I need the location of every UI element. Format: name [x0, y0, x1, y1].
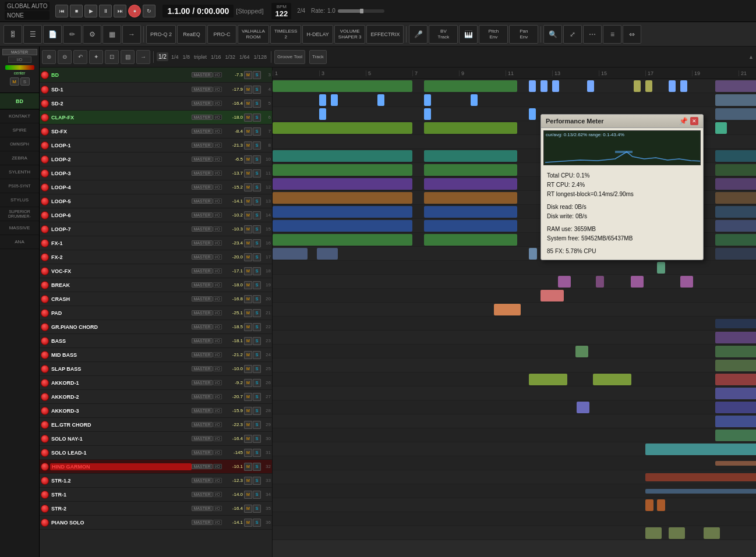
track-io-solonay[interactable]: I/O — [213, 436, 222, 441]
track-mute-akk1[interactable]: M — [244, 379, 252, 387]
track-solo-loop3[interactable]: S — [253, 169, 261, 178]
clip-loop3-ext[interactable] — [715, 178, 756, 190]
clip-loop7-2[interactable] — [424, 234, 517, 246]
clip-fx1-3[interactable] — [529, 248, 537, 260]
track-arm-clapfx[interactable] — [41, 113, 49, 122]
master-io[interactable]: I/O — [8, 56, 31, 63]
track-io-sololead[interactable]: I/O — [213, 450, 222, 455]
track-mute-slapbass[interactable]: M — [244, 365, 252, 373]
track-io-loop4[interactable]: I/O — [213, 185, 222, 190]
track-solo-grpiano[interactable]: S — [253, 323, 261, 331]
table-row[interactable]: VOC-FX MASTER I/O -17.1 M S 18 — [40, 264, 272, 278]
clip-fx1-1[interactable] — [273, 248, 308, 260]
instrument-kontakt[interactable]: KONTAKT — [0, 109, 39, 123]
fraction-32nd[interactable]: 1/32 — [224, 54, 236, 60]
instrument-sylenth[interactable]: SYLENTH — [0, 165, 39, 179]
clip-slapbass-ext[interactable] — [715, 374, 756, 385]
track-mute-hindgarmon[interactable]: M — [244, 463, 252, 471]
clip-loop2-2[interactable] — [424, 164, 517, 176]
plugin-icon-3[interactable]: 📄 — [43, 25, 62, 44]
clip-bd-1[interactable] — [273, 80, 412, 92]
plugin-icon-7[interactable]: → — [122, 25, 141, 44]
clip-sololead-ext[interactable] — [715, 461, 756, 466]
track-mute-fx1[interactable]: M — [244, 239, 252, 247]
track-mute-loop5[interactable]: M — [244, 197, 252, 205]
table-row[interactable]: CLAP-FX MASTER I/O -18.0 M S 6 — [40, 111, 272, 125]
clip-loop7-1[interactable] — [273, 234, 412, 246]
plugin-icon-4[interactable]: ✏ — [63, 25, 82, 44]
clip-midbass-ext[interactable] — [715, 360, 756, 371]
track-mute-akk3[interactable]: M — [244, 407, 252, 415]
clip-loop1-2[interactable] — [424, 150, 517, 162]
clip-sd2-2[interactable] — [424, 108, 431, 120]
track-solo-pad[interactable]: S — [253, 309, 261, 317]
clip-bd-7[interactable] — [634, 80, 641, 92]
track-solo-sdfx[interactable]: S — [253, 127, 261, 136]
track-mute-str2[interactable]: M — [244, 505, 252, 513]
track-mute-str12[interactable]: M — [244, 477, 252, 485]
track-io-akk1[interactable]: I/O — [213, 380, 222, 385]
table-row[interactable]: AKKORD-1 MASTER I/O -9.2 M S 26 — [40, 376, 272, 390]
clip-sd2-ext[interactable] — [715, 108, 756, 120]
track-solo-loop4[interactable]: S — [253, 183, 261, 191]
track-solo-str12[interactable]: S — [253, 477, 261, 485]
track-solo-str1[interactable]: S — [253, 491, 261, 499]
clip-akk2-1[interactable] — [577, 402, 589, 413]
table-row[interactable]: EL.GTR CHORD MASTER I/O -22.3 M S 29 — [40, 418, 272, 432]
toolbar-btn-5[interactable]: ⊡ — [105, 50, 119, 64]
track-mute-pad[interactable]: M — [244, 309, 252, 317]
track-arm-sdfx[interactable] — [41, 127, 49, 136]
clip-sd1-1[interactable] — [319, 94, 326, 106]
table-row[interactable]: SD-1 MASTER I/O -17.9 M S 4 — [40, 83, 272, 97]
track-io-grpiano[interactable]: I/O — [213, 324, 222, 329]
track-arm-str1[interactable] — [41, 491, 49, 499]
zoom-icon-btn[interactable]: 🔍 — [543, 25, 562, 44]
plugin-effectrix[interactable]: EFFECTRIX — [366, 25, 404, 44]
clip-clapfx-ext[interactable] — [715, 122, 727, 134]
track-io-loop7[interactable]: I/O — [213, 226, 222, 232]
track-arm-loop3[interactable] — [41, 169, 49, 178]
track-solo-loop5[interactable]: S — [253, 197, 261, 205]
track-arm-sd2[interactable] — [41, 100, 49, 108]
track-mute-sololead[interactable]: M — [244, 449, 252, 457]
track-mute-crash[interactable]: M — [244, 295, 252, 303]
rewind-btn[interactable]: ⏮ — [55, 5, 68, 17]
clip-fx2-1[interactable] — [657, 262, 665, 274]
clip-bass-ext[interactable] — [715, 346, 756, 357]
track-solo-break[interactable]: S — [253, 281, 261, 289]
clip-loop3-1[interactable] — [273, 178, 412, 190]
clip-loop5-1[interactable] — [273, 206, 412, 218]
track-arm-vocfx[interactable] — [41, 267, 49, 275]
track-arm-pad[interactable] — [41, 309, 49, 317]
track-io-fx2[interactable]: I/O — [213, 254, 222, 260]
track-solo-loop2[interactable]: S — [253, 155, 261, 164]
track-io-hindgarmon[interactable]: I/O — [213, 464, 222, 469]
clip-sd1-ext[interactable] — [715, 94, 756, 106]
track-solo-bd[interactable]: S — [253, 71, 261, 79]
clip-pad-ext[interactable] — [715, 319, 756, 328]
table-row[interactable]: PIANO SOLO MASTER I/O -14.1 M S 36 — [40, 516, 272, 530]
arrangement-view[interactable]: 1 3 5 7 9 11 13 15 17 19 21 23 25 27 — [273, 68, 756, 557]
clip-vocfx-1[interactable] — [558, 276, 571, 288]
track-arm-pianosolo[interactable] — [41, 519, 49, 527]
track-solo-hindgarmon[interactable]: S — [253, 463, 261, 471]
table-row[interactable]: HIND GARMON MASTER I/O -10.1 M S 32 — [40, 460, 272, 474]
track-arm-str2[interactable] — [41, 505, 49, 513]
track-solo-clapfx[interactable]: S — [253, 113, 261, 122]
track-io-clapfx[interactable]: I/O — [213, 115, 222, 120]
track-io-str12[interactable]: I/O — [213, 478, 222, 483]
toolbar-btn-3[interactable]: ↶ — [73, 50, 87, 64]
clip-loop4-1[interactable] — [273, 192, 412, 204]
clip-solonay-ext[interactable] — [645, 444, 756, 455]
groove-tool-btn[interactable]: Groove Tool — [274, 50, 305, 64]
track-arm-bd[interactable] — [41, 71, 49, 79]
clip-pianosolo-ext3[interactable] — [704, 527, 720, 539]
table-row[interactable]: BREAK MASTER I/O -18.0 M S 19 — [40, 278, 272, 292]
track-arm-fx1[interactable] — [41, 239, 49, 247]
track-mute-loop3[interactable]: M — [244, 169, 252, 178]
plugin-icon-2[interactable]: ☰ — [23, 25, 42, 44]
clip-loop5-2[interactable] — [424, 206, 517, 218]
track-io-sd1[interactable]: I/O — [213, 87, 222, 92]
track-io-slapbass[interactable]: I/O — [213, 366, 222, 371]
clip-pianosolo-ext[interactable] — [645, 527, 662, 539]
